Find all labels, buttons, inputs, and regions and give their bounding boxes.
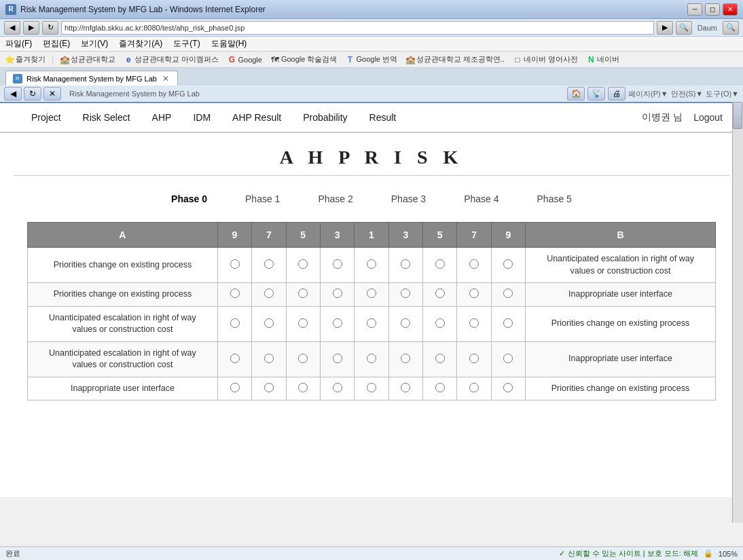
menu-help[interactable]: 도움말(H): [209, 37, 250, 51]
nav-probability[interactable]: Probability: [292, 103, 358, 132]
radio-input-row2-col4[interactable]: [367, 318, 376, 328]
menu-tools[interactable]: 도구(T): [170, 37, 202, 51]
print-button[interactable]: 🖨: [608, 87, 626, 100]
radio-input-row2-col7[interactable]: [469, 318, 479, 328]
row-0-radio-4[interactable]: [355, 248, 388, 283]
refresh-button[interactable]: ↻: [42, 21, 58, 35]
radio-input-row4-col6[interactable]: [435, 383, 445, 392]
radio-input-row3-col6[interactable]: [435, 354, 445, 363]
row-1-radio-4[interactable]: [355, 283, 388, 307]
radio-input-row1-col2[interactable]: [298, 288, 308, 298]
bookmark-google-scholar[interactable]: 🗺 Google 학술검색: [268, 54, 340, 64]
nav-risk-select[interactable]: Risk Select: [72, 103, 141, 132]
row-2-radio-2[interactable]: [286, 306, 320, 341]
toolbar-refresh-button[interactable]: ↻: [24, 87, 41, 100]
scrollbar-track[interactable]: [732, 102, 743, 523]
radio-input-row1-col8[interactable]: [503, 288, 513, 298]
nav-idm[interactable]: IDM: [182, 103, 221, 132]
radio-input-row2-col1[interactable]: [264, 318, 274, 328]
radio-input-row4-col1[interactable]: [264, 383, 274, 392]
phase-tab-1[interactable]: Phase 1: [226, 189, 299, 208]
rss-button[interactable]: 📡: [587, 87, 605, 100]
browser-tab-main[interactable]: R Risk Management System by MFG Lab ✕: [5, 71, 178, 86]
row-4-radio-8[interactable]: [491, 377, 525, 400]
radio-input-row0-col8[interactable]: [503, 259, 513, 269]
bookmark-sungkyun[interactable]: 🏫 성균관대학교: [58, 54, 117, 64]
row-3-radio-8[interactable]: [491, 341, 525, 377]
radio-input-row3-col4[interactable]: [367, 354, 376, 363]
row-2-radio-4[interactable]: [355, 306, 388, 341]
row-4-radio-6[interactable]: [422, 377, 456, 400]
radio-input-row4-col3[interactable]: [333, 383, 342, 392]
radio-input-row1-col6[interactable]: [435, 288, 445, 298]
row-0-radio-2[interactable]: [286, 248, 320, 283]
menu-favorites[interactable]: 즐겨찾기(A): [116, 37, 165, 51]
minimize-button[interactable]: ─: [687, 3, 702, 16]
radio-input-row0-col6[interactable]: [435, 259, 445, 269]
phase-tab-3[interactable]: Phase 3: [372, 189, 445, 208]
row-3-radio-2[interactable]: [286, 341, 320, 377]
nav-project[interactable]: Project: [20, 103, 72, 132]
radio-input-row3-col8[interactable]: [503, 354, 513, 363]
radio-input-row2-col0[interactable]: [230, 318, 240, 328]
radio-input-row3-col0[interactable]: [230, 354, 240, 363]
row-3-radio-7[interactable]: [457, 341, 491, 377]
search-go-button[interactable]: 🔍: [723, 21, 739, 35]
radio-input-row0-col5[interactable]: [401, 259, 410, 269]
bookmark-mfg[interactable]: 🏫 성균관대학교 제조공학연..: [403, 54, 507, 64]
radio-input-row2-col6[interactable]: [435, 318, 445, 328]
radio-input-row2-col3[interactable]: [333, 318, 342, 328]
toolbar-back-button[interactable]: ◀: [4, 87, 22, 100]
phase-tab-0[interactable]: Phase 0: [152, 189, 226, 208]
row-0-radio-8[interactable]: [491, 248, 525, 283]
nav-result[interactable]: Result: [359, 103, 407, 132]
row-1-radio-3[interactable]: [320, 283, 354, 307]
row-3-radio-0[interactable]: [217, 341, 251, 377]
nav-ahp-result[interactable]: AHP Result: [221, 103, 292, 132]
row-3-radio-3[interactable]: [320, 341, 354, 377]
menu-file[interactable]: 파일(F): [3, 37, 35, 51]
row-1-radio-7[interactable]: [457, 283, 491, 307]
nav-logout[interactable]: Logout: [693, 112, 723, 123]
radio-input-row1-col4[interactable]: [367, 288, 376, 298]
row-0-radio-5[interactable]: [388, 248, 422, 283]
row-1-radio-6[interactable]: [422, 283, 456, 307]
radio-input-row1-col3[interactable]: [333, 288, 342, 298]
nav-ahp[interactable]: AHP: [141, 103, 183, 132]
bookmark-naver-dict[interactable]: □ 네이버 영어사전: [511, 54, 580, 64]
radio-input-row2-col5[interactable]: [401, 318, 410, 328]
scrollbar-thumb[interactable]: [733, 102, 742, 129]
row-1-radio-0[interactable]: [217, 283, 251, 307]
radio-input-row0-col7[interactable]: [469, 259, 479, 269]
phase-tab-4[interactable]: Phase 4: [445, 189, 518, 208]
address-input[interactable]: [61, 21, 654, 35]
row-3-radio-5[interactable]: [388, 341, 422, 377]
row-3-radio-6[interactable]: [422, 341, 456, 377]
row-1-radio-5[interactable]: [388, 283, 422, 307]
row-3-radio-4[interactable]: [355, 341, 388, 377]
row-1-radio-8[interactable]: [491, 283, 525, 307]
radio-input-row3-col5[interactable]: [401, 354, 410, 363]
row-4-radio-0[interactable]: [217, 377, 251, 400]
row-0-radio-6[interactable]: [422, 248, 456, 283]
radio-input-row4-col0[interactable]: [230, 383, 240, 392]
row-4-radio-3[interactable]: [320, 377, 354, 400]
radio-input-row4-col2[interactable]: [298, 383, 308, 392]
radio-input-row0-col2[interactable]: [298, 259, 308, 269]
titlebar-buttons[interactable]: ─ ◻ ✕: [687, 3, 738, 16]
go-button[interactable]: ▶: [657, 21, 673, 35]
radio-input-row3-col1[interactable]: [264, 354, 274, 363]
radio-input-row1-col5[interactable]: [401, 288, 410, 298]
row-2-radio-1[interactable]: [252, 306, 286, 341]
home-button[interactable]: 🏠: [567, 87, 585, 100]
menu-edit[interactable]: 편집(E): [40, 37, 73, 51]
row-0-radio-7[interactable]: [457, 248, 491, 283]
row-1-radio-2[interactable]: [286, 283, 320, 307]
row-0-radio-1[interactable]: [252, 248, 286, 283]
bookmark-google[interactable]: G Google: [225, 55, 264, 64]
radio-input-row3-col7[interactable]: [469, 354, 479, 363]
row-4-radio-7[interactable]: [457, 377, 491, 400]
row-4-radio-1[interactable]: [252, 377, 286, 400]
tab-close-button[interactable]: ✕: [161, 74, 170, 83]
row-2-radio-7[interactable]: [457, 306, 491, 341]
